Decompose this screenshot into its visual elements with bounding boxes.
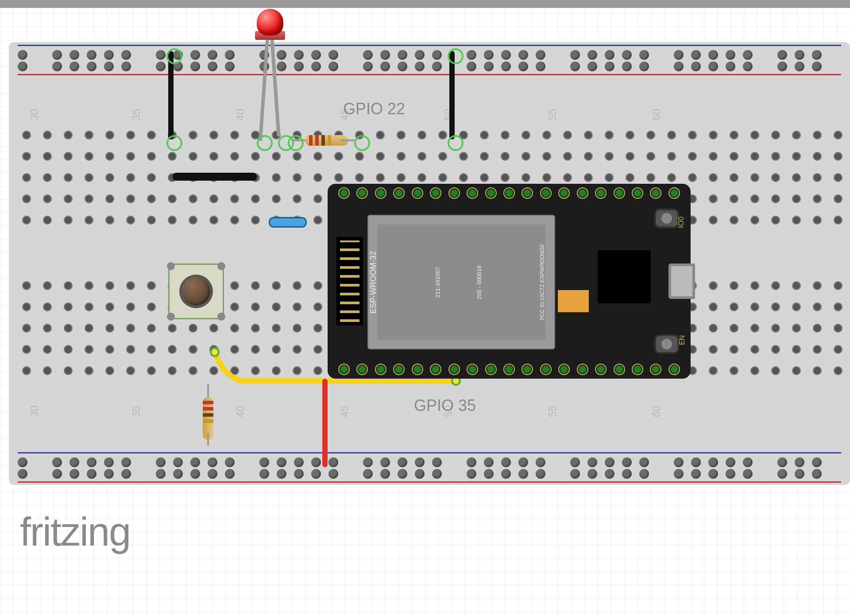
rail-bottom-row2 bbox=[18, 469, 841, 479]
resistor-lead bbox=[207, 384, 209, 397]
pushbutton[interactable] bbox=[168, 263, 224, 319]
rail-bottom-negative bbox=[18, 452, 841, 453]
svg-point-0 bbox=[211, 348, 219, 356]
esp32-pins-top bbox=[338, 187, 680, 199]
button-pin bbox=[167, 313, 175, 321]
esp32-model: 205 - 000519 bbox=[475, 265, 482, 299]
col-num-55-bot: 55 bbox=[546, 406, 559, 418]
esp32-usb-chip bbox=[598, 250, 651, 303]
led-bulb bbox=[257, 9, 283, 35]
esp32-module-name: ESP-WROOM-32 bbox=[369, 251, 378, 313]
button-pin bbox=[217, 313, 225, 321]
power-rail-bottom bbox=[9, 449, 850, 485]
micro-usb-port bbox=[668, 263, 695, 299]
esp32-antenna bbox=[336, 237, 363, 325]
resistor-band bbox=[203, 401, 213, 404]
esp32-shield: ESP-WROOM-32 211-161007 205 - 000519 FCC… bbox=[367, 215, 555, 349]
breadboard[interactable]: 30 35 40 45 50 55 60 30 35 40 45 50 55 6… bbox=[9, 42, 850, 485]
rail-bottom-positive bbox=[18, 481, 841, 483]
wire-red[interactable] bbox=[322, 379, 328, 467]
window-titlebar bbox=[0, 0, 850, 8]
gpio22-label: GPIO 22 bbox=[343, 100, 405, 118]
col-num-40-bot: 40 bbox=[234, 406, 247, 418]
led-red[interactable] bbox=[252, 9, 288, 62]
wire-black-left[interactable] bbox=[168, 51, 174, 139]
rail-top-row2 bbox=[18, 62, 841, 71]
rail-top-row1 bbox=[18, 50, 841, 60]
resistor-lead bbox=[207, 433, 209, 446]
small-component[interactable] bbox=[270, 218, 305, 226]
resistor-band bbox=[203, 419, 213, 423]
rail-top-positive bbox=[18, 74, 841, 75]
rail-top-negative bbox=[18, 45, 841, 46]
wire-black-short[interactable] bbox=[173, 173, 257, 181]
resistor-band bbox=[328, 135, 331, 146]
esp32-pins-bottom bbox=[338, 364, 680, 375]
esp32-capacitor bbox=[558, 290, 589, 312]
resistor-lead bbox=[292, 139, 305, 141]
resistor-top[interactable] bbox=[292, 135, 354, 146]
col-num-45-bot: 45 bbox=[338, 406, 351, 418]
resistor-band bbox=[321, 135, 325, 146]
resistor-band bbox=[309, 135, 313, 146]
col-num-60-bot: 60 bbox=[650, 406, 663, 418]
fritzing-watermark: fritzing bbox=[20, 509, 130, 555]
esp32-en-label: EN bbox=[678, 335, 686, 345]
esp32-devkit[interactable]: ESP-WROOM-32 211-161007 205 - 000519 FCC… bbox=[328, 184, 691, 379]
resistor-band bbox=[203, 407, 213, 411]
power-rail-top bbox=[9, 42, 850, 77]
col-num-30-bot: 30 bbox=[28, 406, 41, 418]
fritzing-logo-text: fritzing bbox=[20, 510, 130, 554]
esp32-en-button[interactable] bbox=[656, 336, 677, 352]
esp32-io0-button[interactable] bbox=[656, 210, 677, 226]
button-cap bbox=[182, 277, 210, 306]
resistor-lead bbox=[341, 139, 354, 141]
esp32-cert: 211-161007 bbox=[434, 267, 441, 297]
wire-black-right[interactable] bbox=[449, 51, 455, 139]
button-pin bbox=[217, 262, 225, 270]
esp32-io0-label: IO0 bbox=[677, 217, 685, 228]
col-num-35-bot: 35 bbox=[130, 406, 143, 418]
resistor-band bbox=[203, 413, 213, 417]
resistor-band bbox=[315, 135, 319, 146]
esp32-fcc: FCC ID:2AC7Z-ESPWROOM32 bbox=[540, 244, 546, 320]
rail-bottom-row1 bbox=[18, 457, 841, 467]
button-pin bbox=[167, 262, 175, 270]
resistor-bottom[interactable] bbox=[203, 384, 213, 446]
fritzing-canvas[interactable]: 30 35 40 45 50 55 60 30 35 40 45 50 55 6… bbox=[0, 0, 850, 616]
